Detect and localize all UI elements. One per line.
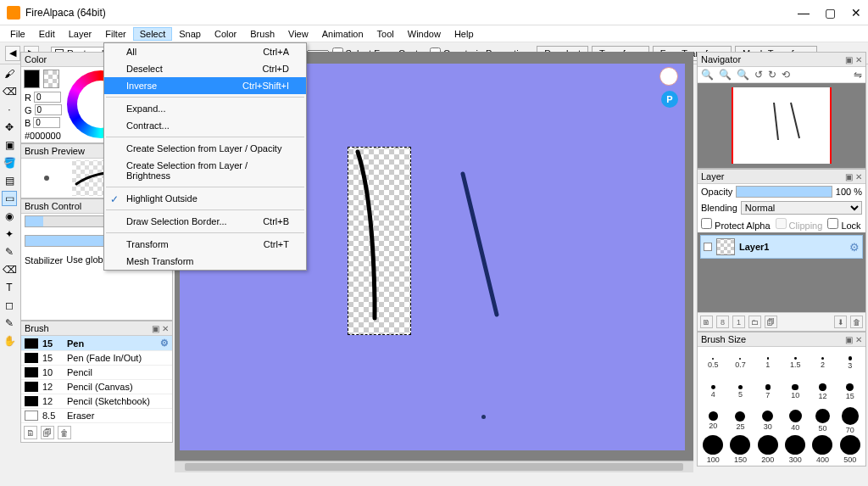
clipping-checkbox[interactable]: Clipping: [776, 218, 823, 231]
new-layer-1bit-button[interactable]: 1: [732, 316, 745, 328]
menu-item-inverse[interactable]: InverseCtrl+Shift+I: [104, 77, 306, 94]
brush-size-100[interactable]: 100: [699, 435, 726, 464]
horizontal-scrollbar[interactable]: [175, 461, 693, 472]
menu-item-contract-[interactable]: Contract...: [104, 117, 306, 134]
merge-button[interactable]: ⬇: [834, 316, 847, 328]
brush-size-50[interactable]: 50: [809, 406, 836, 435]
select-tool[interactable]: ▭: [2, 191, 17, 206]
r-input[interactable]: [34, 92, 61, 103]
duplicate-layer-button[interactable]: 🗐: [765, 316, 777, 328]
select-eraser-tool[interactable]: ⌫: [2, 262, 17, 277]
brush-size-3[interactable]: 3: [837, 349, 864, 377]
brush-size-12[interactable]: 12: [809, 377, 836, 406]
menu-item-expand-[interactable]: Expand...: [104, 100, 306, 117]
magic-wand-tool[interactable]: ✦: [2, 226, 17, 242]
bucket-tool[interactable]: 🪣: [2, 155, 17, 170]
menu-snap[interactable]: Snap: [172, 27, 208, 41]
maximize-button[interactable]: ▢: [825, 6, 836, 20]
brush-size-1.5[interactable]: 1.5: [782, 349, 809, 377]
menu-item-deselect[interactable]: DeselectCtrl+D: [104, 60, 306, 77]
menu-item-transform[interactable]: TransformCtrl+T: [104, 236, 306, 253]
brush-row[interactable]: 12Pencil (Sketchbook): [21, 394, 172, 409]
menu-item-create-selection-from-layer-opacity[interactable]: Create Selection from Layer / Opacity: [104, 140, 306, 157]
brush-size-400[interactable]: 400: [809, 435, 836, 464]
blending-select[interactable]: Normal: [741, 201, 862, 215]
brush-size-200[interactable]: 200: [754, 435, 782, 464]
menu-animation[interactable]: Animation: [315, 27, 370, 41]
eraser-tool[interactable]: ⌫: [2, 84, 17, 99]
brush-size-150[interactable]: 150: [726, 435, 754, 464]
gear-icon[interactable]: ⚙: [849, 241, 860, 254]
minimize-button[interactable]: —: [798, 6, 810, 20]
protect-alpha-checkbox[interactable]: Protect Alpha: [701, 218, 771, 231]
flip-icon[interactable]: ⇋: [854, 69, 862, 81]
text-tool[interactable]: T: [2, 280, 17, 295]
menu-item-all[interactable]: AllCtrl+A: [104, 43, 306, 60]
brush-size-30[interactable]: 30: [754, 406, 782, 435]
brush-size-2[interactable]: 2: [809, 349, 836, 377]
fill-tool[interactable]: ▣: [2, 137, 17, 153]
background-swatch[interactable]: [43, 70, 59, 88]
new-layer-button[interactable]: 🗎: [700, 316, 713, 328]
brush-size-10[interactable]: 10: [782, 377, 809, 406]
menu-item-mesh-transform[interactable]: Mesh Transform: [104, 253, 306, 270]
brush-row[interactable]: 10Pencil: [21, 366, 172, 380]
brush-row[interactable]: 8.5Eraser: [21, 409, 172, 423]
new-layer-8bit-button[interactable]: 8: [716, 316, 729, 328]
gradient-tool[interactable]: ▤: [2, 173, 17, 188]
visibility-toggle[interactable]: [704, 243, 712, 251]
lock-checkbox[interactable]: Lock: [827, 218, 860, 231]
rotate-left-icon[interactable]: ↺: [754, 69, 763, 81]
brush-size-500[interactable]: 500: [837, 435, 864, 464]
menu-layer[interactable]: Layer: [62, 27, 99, 41]
menu-help[interactable]: Help: [448, 27, 481, 41]
select-pen-tool[interactable]: ✎: [2, 244, 17, 260]
nav-back-button[interactable]: ◀: [5, 46, 20, 61]
pixiv-badge-icon[interactable]: P: [661, 91, 678, 108]
brush-row[interactable]: 15Pen⚙: [21, 336, 172, 351]
g-input[interactable]: [35, 104, 62, 115]
brush-size-25[interactable]: 25: [726, 406, 754, 435]
object-tool[interactable]: ◻: [2, 298, 17, 313]
brush-size-0.5[interactable]: 0.5: [699, 349, 726, 377]
b-input[interactable]: [33, 117, 60, 128]
menu-tool[interactable]: Tool: [370, 27, 401, 41]
brush-size-300[interactable]: 300: [782, 435, 809, 464]
lasso-tool[interactable]: ◉: [2, 209, 17, 224]
zoom-out-icon[interactable]: 🔍: [701, 69, 714, 81]
brush-row[interactable]: 12Pencil (Canvas): [21, 380, 172, 394]
brush-size-70[interactable]: 70: [837, 406, 864, 435]
new-folder-button[interactable]: 🗀: [748, 316, 761, 328]
duplicate-brush-button[interactable]: 🗐: [41, 426, 54, 439]
brush-row[interactable]: 15Pen (Fade In/Out): [21, 351, 172, 366]
delete-layer-button[interactable]: 🗑: [850, 316, 863, 328]
menu-item-draw-selection-border-[interactable]: Draw Selection Border...Ctrl+B: [104, 213, 306, 230]
reset-rotation-icon[interactable]: ⟲: [782, 69, 790, 81]
hand-tool[interactable]: ✋: [2, 333, 17, 349]
menu-filter[interactable]: Filter: [98, 27, 132, 41]
brush-size-15[interactable]: 15: [837, 377, 864, 406]
brush-size-0.7[interactable]: 0.7: [726, 349, 754, 377]
menu-item-create-selection-from-layer-brightness[interactable]: Create Selection from Layer / Brightness: [104, 157, 306, 184]
menu-view[interactable]: View: [281, 27, 315, 41]
menu-file[interactable]: File: [3, 27, 32, 41]
brush-size-40[interactable]: 40: [782, 406, 809, 435]
menu-color[interactable]: Color: [208, 27, 243, 41]
navigator-preview[interactable]: [698, 83, 865, 168]
layer-opacity-slider[interactable]: [736, 186, 832, 198]
eyedropper-tool[interactable]: ✎: [2, 316, 17, 331]
brush-size-5[interactable]: 5: [726, 377, 754, 406]
brush-size-1[interactable]: 1: [754, 349, 782, 377]
new-brush-button[interactable]: 🗎: [24, 426, 37, 439]
delete-brush-button[interactable]: 🗑: [58, 426, 71, 439]
rotate-right-icon[interactable]: ↻: [768, 69, 776, 81]
dot-brush-tool[interactable]: ·: [2, 102, 17, 117]
move-tool[interactable]: ✥: [2, 120, 17, 135]
brush-size-4[interactable]: 4: [699, 377, 726, 406]
brush-size-20[interactable]: 20: [699, 406, 726, 435]
alpaca-mascot-icon[interactable]: [659, 67, 678, 86]
menu-brush[interactable]: Brush: [243, 27, 281, 41]
foreground-swatch[interactable]: [24, 70, 40, 88]
menu-item-highlight-outside[interactable]: Highlight Outside: [104, 190, 306, 207]
fit-icon[interactable]: 🔍: [737, 69, 749, 81]
